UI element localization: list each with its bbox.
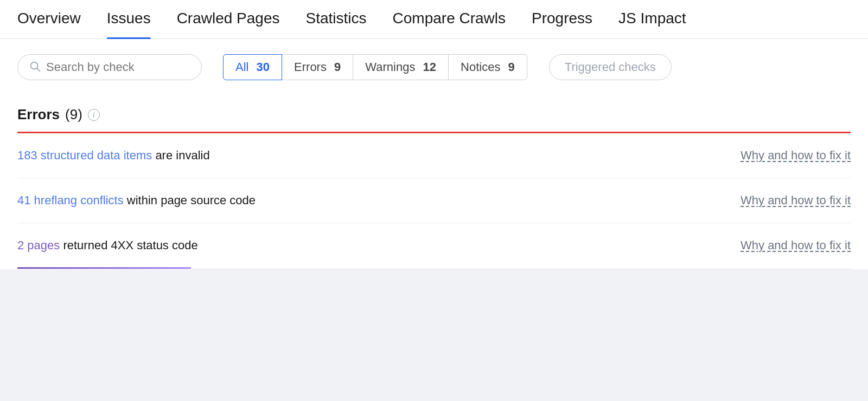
errors-section-header: Errors (9) i	[17, 95, 851, 132]
issue-link-4xx[interactable]: 2 pages	[17, 238, 63, 252]
issue-text-hreflang: 41 hreflang conflicts within page source…	[17, 193, 719, 208]
issue-text-structured-data: 183 structured data items are invalid	[17, 148, 719, 163]
search-icon	[29, 60, 41, 74]
issue-text-4xx: 2 pages returned 4XX status code	[17, 238, 719, 253]
fix-link-4xx[interactable]: Why and how to fix it	[741, 238, 851, 253]
issue-row: 183 structured data items are invalid Wh…	[17, 133, 851, 178]
errors-count: (9)	[65, 106, 82, 123]
nav-item-compare-crawls[interactable]: Compare Crawls	[393, 0, 506, 39]
fix-link-hreflang[interactable]: Why and how to fix it	[741, 193, 851, 208]
filter-all-button[interactable]: All 30	[223, 54, 282, 80]
nav-item-progress[interactable]: Progress	[532, 0, 592, 39]
svg-line-1	[37, 68, 40, 71]
top-navigation: Overview Issues Crawled Pages Statistics…	[0, 0, 868, 39]
issue-link-hreflang[interactable]: 41 hreflang conflicts	[17, 193, 127, 207]
filter-bar: All 30 Errors 9 Warnings 12 Notices 9 Tr…	[0, 39, 868, 95]
nav-item-statistics[interactable]: Statistics	[306, 0, 367, 39]
issue-link-structured-data[interactable]: 183 structured data items	[17, 148, 155, 162]
triggered-checks-button[interactable]: Triggered checks	[549, 54, 672, 80]
errors-title: Errors	[17, 106, 60, 123]
search-input[interactable]	[46, 60, 190, 74]
nav-item-issues[interactable]: Issues	[107, 0, 151, 39]
info-icon[interactable]: i	[88, 109, 100, 121]
search-box	[17, 54, 202, 80]
filter-notices-button[interactable]: Notices 9	[448, 54, 527, 80]
issue-row: 2 pages returned 4XX status code Why and…	[17, 223, 851, 269]
filter-errors-button[interactable]: Errors 9	[282, 54, 353, 80]
filter-buttons: All 30 Errors 9 Warnings 12 Notices 9	[224, 54, 527, 80]
nav-item-overview[interactable]: Overview	[17, 0, 81, 39]
main-content: All 30 Errors 9 Warnings 12 Notices 9 Tr…	[0, 39, 868, 269]
issues-content: Errors (9) i 183 structured data items a…	[0, 95, 868, 269]
filter-warnings-button[interactable]: Warnings 12	[353, 54, 449, 80]
nav-item-js-impact[interactable]: JS Impact	[618, 0, 686, 39]
fix-link-structured-data[interactable]: Why and how to fix it	[741, 148, 851, 163]
issue-row: 41 hreflang conflicts within page source…	[17, 178, 851, 223]
purple-underline-bar	[17, 267, 191, 269]
nav-item-crawled-pages[interactable]: Crawled Pages	[177, 0, 280, 39]
